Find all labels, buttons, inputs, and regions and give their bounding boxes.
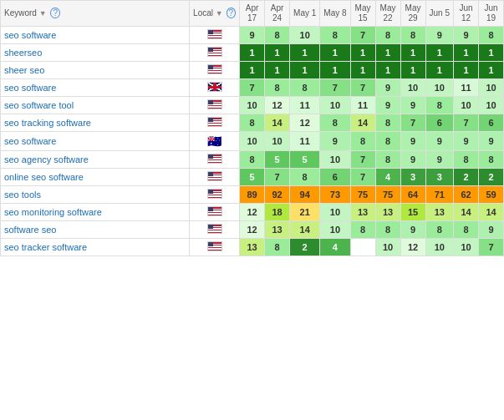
rank-value: 8 (425, 221, 453, 239)
rank-value: 9 (425, 151, 453, 169)
keyword-cell[interactable]: seo tools (1, 186, 190, 204)
keyword-cell[interactable]: seo software (1, 79, 190, 97)
flag-cell (190, 79, 240, 97)
rank-value: 8 (265, 79, 290, 97)
col-jun19: Jun19 (479, 1, 504, 27)
flag-cell: 🇦🇺 (190, 132, 240, 151)
rank-value: 9 (425, 132, 453, 151)
keyword-column-header[interactable]: Keyword ▼ ? (1, 1, 190, 27)
rank-value: 2 (479, 169, 504, 186)
rank-value: 10 (425, 239, 453, 256)
rank-value: 92 (265, 186, 290, 204)
rank-value: 7 (240, 79, 265, 97)
rank-value: 8 (290, 79, 320, 97)
rank-value: 10 (320, 151, 350, 169)
flag-cell (190, 62, 240, 79)
keyword-cell[interactable]: software seo (1, 221, 190, 239)
rank-value: 1 (479, 44, 504, 62)
flag-us (207, 241, 222, 251)
rank-value: 10 (320, 221, 350, 239)
flag-cell (190, 97, 240, 114)
rank-value: 8 (479, 27, 504, 44)
rank-value: 18 (265, 204, 290, 221)
rank-value: 8 (265, 27, 290, 44)
col-apr17: Apr17 (240, 1, 265, 27)
rank-value: 12 (240, 204, 265, 221)
rank-value: 6 (479, 114, 504, 132)
flag-us (207, 154, 222, 164)
rank-value: 7 (350, 169, 375, 186)
rank-value: 9 (400, 151, 425, 169)
rank-value: 9 (454, 27, 479, 44)
rank-value: 1 (375, 62, 400, 79)
rank-value: 9 (375, 97, 400, 114)
rank-value: 1 (290, 44, 320, 62)
flag-us (207, 117, 222, 127)
rank-value: 9 (479, 132, 504, 151)
rank-value: 75 (350, 186, 375, 204)
flag-cell (190, 169, 240, 186)
rank-value: 14 (350, 114, 375, 132)
rank-value: 10 (290, 27, 320, 44)
keyword-cell[interactable]: sheer seo (1, 62, 190, 79)
table-row: seo software78877910101110 (1, 79, 504, 97)
rank-value: 10 (454, 239, 479, 256)
rank-value: 1 (479, 62, 504, 79)
rank-value: 11 (454, 79, 479, 97)
keyword-cell[interactable]: seo agency software (1, 151, 190, 169)
rank-value: 1 (240, 44, 265, 62)
rank-value: 1 (400, 62, 425, 79)
rank-value: 8 (320, 27, 350, 44)
keyword-cell[interactable]: seo software tool (1, 97, 190, 114)
rank-value: 6 (320, 169, 350, 186)
rank-value: 59 (479, 186, 504, 204)
rank-value: 75 (375, 186, 400, 204)
keyword-cell[interactable]: seo software (1, 132, 190, 151)
rank-value: 8 (454, 151, 479, 169)
table-row: online seo software5786743322 (1, 169, 504, 186)
rank-value: 9 (375, 79, 400, 97)
rank-value: 1 (400, 44, 425, 62)
local-sort-icon: ▼ (216, 9, 223, 18)
table-row: sheer seo1111111111 (1, 62, 504, 79)
rank-value: 1 (454, 44, 479, 62)
rank-value: 8 (350, 221, 375, 239)
rank-value: 7 (350, 79, 375, 97)
flag-cell (190, 151, 240, 169)
keyword-cell[interactable]: seo software (1, 27, 190, 44)
rank-value: 1 (375, 44, 400, 62)
table-row: software seo12131410889889 (1, 221, 504, 239)
rank-value: 8 (425, 97, 453, 114)
flag-us (207, 189, 222, 199)
rank-value: 71 (425, 186, 453, 204)
keyword-cell[interactable]: seo monitoring software (1, 204, 190, 221)
rank-value: 21 (290, 204, 320, 221)
rank-value: 10 (240, 97, 265, 114)
flag-cell (190, 114, 240, 132)
keyword-cell[interactable]: seo tracker software (1, 239, 190, 256)
rank-value: 10 (265, 132, 290, 151)
keyword-cell[interactable]: online seo software (1, 169, 190, 186)
table-row: seo tracking software8141281487676 (1, 114, 504, 132)
rank-value: 10 (479, 79, 504, 97)
rank-value: 64 (400, 186, 425, 204)
rank-value: 8 (375, 27, 400, 44)
rank-value: 10 (375, 239, 400, 256)
rank-value: 1 (350, 44, 375, 62)
rank-value: 5 (240, 169, 265, 186)
rank-value: 1 (320, 44, 350, 62)
rank-value: 4 (320, 239, 350, 256)
keyword-cell[interactable]: seo tracking software (1, 114, 190, 132)
rank-value: 8 (375, 114, 400, 132)
rank-value: 5 (290, 151, 320, 169)
help-icon[interactable]: ? (50, 8, 60, 18)
table-row: seo software🇦🇺1010119889999 (1, 132, 504, 151)
local-help-icon[interactable]: ? (227, 8, 237, 18)
rank-value: 1 (290, 62, 320, 79)
keyword-cell[interactable]: sheerseo (1, 44, 190, 62)
local-column-header[interactable]: Local ▼ ? (190, 1, 240, 27)
rank-value: 12 (400, 239, 425, 256)
col-may1: May 1 (290, 1, 320, 27)
rank-value: 7 (320, 79, 350, 97)
rank-value: 13 (425, 204, 453, 221)
